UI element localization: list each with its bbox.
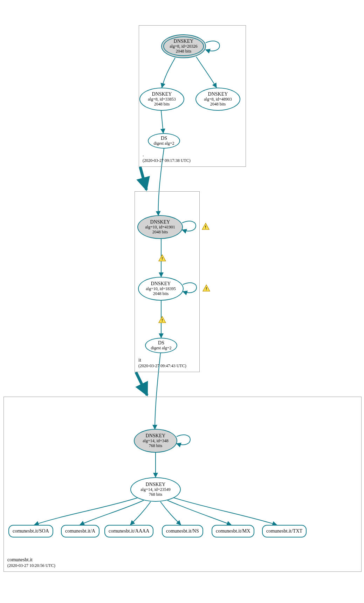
node-title: DNSKEY [146, 482, 166, 487]
node-title: DS [158, 340, 164, 346]
record-label: comunesbt.it/AAAA [109, 528, 149, 534]
zone-it-name: it [138, 357, 186, 363]
node-root-zsk: DNSKEY alg=8, id=33853 2048 bits [139, 88, 184, 111]
zone-root-ts: (2020-03-27 09:17:38 UTC) [143, 158, 191, 164]
record-label: comunesbt.it/NS [166, 528, 199, 534]
node-sub1: alg=10, id=18395 [146, 287, 176, 292]
record-ns: comunesbt.it/NS [162, 525, 203, 537]
node-root-ds: DS digest alg=2 [148, 133, 180, 149]
record-mx: comunesbt.it/MX [212, 525, 254, 537]
node-sub2: 2048 bits [152, 230, 168, 235]
node-sub1: digest alg=2 [153, 141, 174, 146]
svg-text:!: ! [205, 225, 206, 229]
warning-icon: ! [202, 285, 210, 292]
node-it-zsk: DNSKEY alg=10, id=18395 2048 bits [138, 277, 184, 301]
svg-text:!: ! [206, 286, 207, 291]
node-title: DNSKEY [174, 39, 194, 44]
record-label: comunesbt.it/MX [216, 528, 250, 534]
node-title: DNSKEY [146, 433, 166, 439]
zone-root-name: . [143, 152, 191, 158]
zone-domain: comunesbt.it (2020-03-27 10:20:56 UTC) [4, 397, 362, 572]
svg-text:!: ! [162, 256, 163, 261]
node-root-ksk: DNSKEY alg=8, id=20326 2048 bits [161, 34, 206, 58]
node-sub1: digest alg=2 [151, 346, 171, 351]
node-sub2: 768 bits [149, 492, 162, 497]
node-sub1: alg=14, id=348 [143, 439, 169, 444]
svg-text:!: ! [162, 318, 163, 323]
node-sub2: 2048 bits [153, 292, 169, 296]
node-sub1: alg=8, id=33853 [148, 97, 176, 102]
warning-icon: ! [202, 223, 210, 230]
node-title: DNSKEY [151, 281, 171, 287]
node-it-ds: DS digest alg=2 [145, 338, 177, 353]
node-sub2: 2048 bits [154, 102, 170, 107]
node-root-extra: DNSKEY alg=8, id=48903 2048 bits [195, 88, 240, 111]
node-sub1: alg=10, id=41901 [145, 225, 175, 230]
record-label: comunesbt.it/SOA [13, 528, 49, 534]
node-it-ksk: DNSKEY alg=10, id=41901 2048 bits [137, 215, 183, 239]
zone-domain-name: comunesbt.it [7, 557, 55, 563]
warning-icon: ! [158, 254, 166, 261]
zone-domain-ts: (2020-03-27 10:20:56 UTC) [7, 563, 55, 569]
node-sub2: 2048 bits [176, 49, 191, 54]
node-dom-zsk: DNSKEY alg=14, id=23549 768 bits [130, 477, 181, 502]
node-sub2: 2048 bits [210, 102, 226, 107]
record-txt: comunesbt.it/TXT [262, 525, 307, 537]
node-sub2: 768 bits [149, 444, 162, 448]
node-sub1: alg=14, id=23549 [140, 487, 171, 492]
record-label: comunesbt.it/A [65, 528, 95, 534]
node-dom-ksk: DNSKEY alg=14, id=348 768 bits [134, 429, 177, 453]
node-title: DNSKEY [208, 91, 228, 97]
record-soa: comunesbt.it/SOA [8, 525, 53, 537]
node-title: DNSKEY [150, 219, 170, 225]
record-a: comunesbt.it/A [61, 525, 99, 537]
node-title: DS [161, 136, 167, 141]
warning-icon: ! [158, 316, 166, 323]
node-sub1: alg=8, id=20326 [170, 44, 198, 49]
record-label: comunesbt.it/TXT [266, 528, 302, 534]
node-sub1: alg=8, id=48903 [204, 97, 232, 102]
record-aaaa: comunesbt.it/AAAA [104, 525, 153, 537]
zone-it-ts: (2020-03-27 09:47:43 UTC) [138, 363, 186, 369]
node-title: DNSKEY [152, 91, 172, 97]
